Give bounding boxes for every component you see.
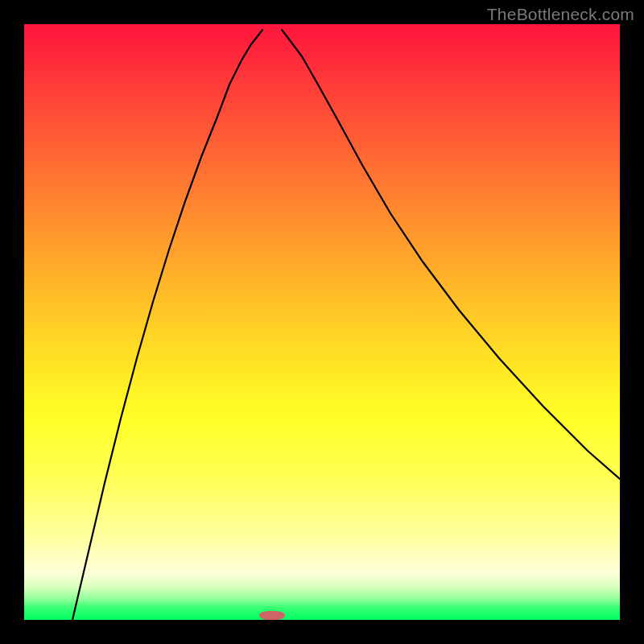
min-point-marker <box>259 611 285 620</box>
curve-layer <box>24 24 620 620</box>
watermark-text: TheBottleneck.com <box>487 5 634 24</box>
chart-frame: TheBottleneck.com <box>0 0 644 644</box>
plot-area <box>24 24 620 620</box>
curve-left-branch <box>72 30 262 620</box>
curve-right-branch <box>282 30 620 479</box>
